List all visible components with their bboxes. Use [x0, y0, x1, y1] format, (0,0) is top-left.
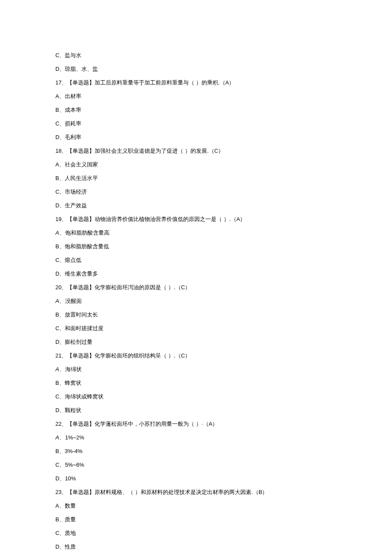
option-line: A、饱和脂肪酸含量高 — [55, 229, 337, 237]
option-label: D、 — [55, 270, 65, 277]
question-line: 23、【单选题】原材料规格、（ ）和原材料的处理技术是决定出材率的两大因素.（B… — [55, 488, 337, 497]
option-line: D、琼脂、水、盐 — [55, 65, 337, 73]
option-text: 成本率 — [65, 107, 81, 113]
option-label: C、 — [55, 120, 65, 127]
option-line: D、性质 — [55, 543, 337, 551]
option-text: 和面时搓揉过度 — [65, 325, 104, 331]
option-line: C、盐与水 — [55, 51, 337, 60]
option-text: 生产效益 — [65, 202, 87, 209]
option-text: 海绵状 — [65, 366, 82, 372]
question-line: 20、【单选题】化学膨松面坯泻油的原因是（ ）.（C） — [55, 283, 337, 292]
option-text: 社会主义国家 — [65, 161, 98, 168]
option-line: C、熔点低 — [55, 256, 337, 264]
option-text: 盐与水 — [65, 52, 81, 58]
question-line: 21、【单选题】化学膨松面坯的组织结构呈（ ）.（C） — [55, 352, 337, 360]
option-label: D、 — [55, 202, 65, 209]
option-text: 放置时间太长 — [65, 311, 98, 318]
option-text: 数量 — [65, 503, 76, 509]
option-label: D、 — [55, 134, 65, 140]
option-line: A、海绵状 — [55, 365, 337, 374]
question-text: 19、【单选题】动物油营养价值比植物油营养价值低的原因之一是（ ）.（A） — [55, 216, 245, 222]
option-label: B、 — [55, 243, 65, 250]
question-text: 17、【单选题】加工后原料重量等于加工前原料重量与（ ）的乘积.（A） — [55, 79, 234, 86]
option-line: A、1%~2% — [55, 433, 337, 442]
document-content: C、盐与水D、琼脂、水、盐17、【单选题】加工后原料重量等于加工前原料重量与（ … — [55, 51, 337, 555]
option-label: C、 — [55, 325, 65, 331]
option-text: 10% — [65, 475, 76, 482]
option-text: 饱和脂肪酸含量高 — [65, 230, 110, 236]
option-label: D、 — [55, 475, 65, 482]
option-label: B、 — [55, 311, 65, 318]
option-text: 5%~6% — [65, 462, 84, 468]
option-text: 市场经济 — [65, 189, 87, 195]
option-text: 没醒面 — [65, 298, 82, 304]
option-text: 毛利率 — [65, 134, 81, 140]
question-text: 18、【单选题】加强社会主义职业道德是为了促进（ ）的发展.（C） — [55, 148, 224, 154]
option-text: 琼脂、水、盐 — [65, 66, 98, 72]
question-text: 20、【单选题】化学膨松面坯泻油的原因是（ ）.（C） — [55, 284, 190, 291]
option-line: D、维生素含量多 — [55, 270, 337, 278]
option-line: C、损耗率 — [55, 119, 337, 128]
option-line: A、出材率 — [55, 92, 337, 101]
option-label: D、 — [55, 339, 65, 345]
option-label: A、 — [55, 93, 65, 99]
option-label: C、 — [55, 189, 65, 195]
option-label: C、 — [55, 393, 65, 400]
option-line: C、海绵状或蜂窝状 — [55, 392, 337, 401]
option-text: 人民生活水平 — [65, 175, 98, 181]
option-text: 膨松剂过量 — [65, 339, 92, 345]
option-label: C、 — [55, 462, 65, 468]
option-label: A、 — [55, 298, 65, 304]
option-label: A、 — [55, 230, 65, 236]
option-text: 损耗率 — [65, 120, 81, 127]
option-text: 维生素含量多 — [65, 270, 98, 277]
option-label: B、 — [55, 107, 65, 113]
option-line: B、人民生活水平 — [55, 174, 337, 183]
option-text: 性质 — [65, 543, 76, 550]
option-line: B、3%-4% — [55, 447, 337, 456]
question-text: 21、【单选题】化学膨松面坯的组织结构呈（ ）.（C） — [55, 352, 190, 359]
option-label: A、 — [55, 434, 65, 441]
option-label: C、 — [55, 257, 65, 263]
option-line: B、蜂窝状 — [55, 379, 337, 387]
option-label: A、 — [55, 366, 65, 372]
question-text: 22、【单选题】化学蓬松面坯中，小苏打的用量一般为（ ）·（A） — [55, 421, 218, 427]
question-line: 18、【单选题】加强社会主义职业道德是为了促进（ ）的发展.（C） — [55, 147, 337, 155]
option-text: 3%-4% — [65, 448, 83, 454]
option-label: A、 — [55, 503, 65, 509]
option-label: B、 — [55, 175, 65, 181]
option-text: 熔点低 — [65, 257, 81, 263]
option-label: A、 — [55, 161, 65, 168]
option-line: D、10% — [55, 474, 337, 483]
option-line: A、社会主义国家 — [55, 160, 337, 169]
option-label: B、 — [55, 516, 65, 523]
option-line: A、数量 — [55, 502, 337, 510]
option-label: C、 — [55, 530, 65, 536]
option-line: D、毛利率 — [55, 133, 337, 142]
option-line: C、5%~6% — [55, 461, 337, 469]
option-line: D、膨松剂过量 — [55, 338, 337, 346]
option-text: 出材率 — [65, 93, 81, 99]
option-line: C、市场经济 — [55, 188, 337, 196]
question-text: 23、【单选题】原材料规格、（ ）和原材料的处理技术是决定出材率的两大因素.（B… — [55, 489, 268, 495]
option-text: 质量 — [65, 516, 76, 523]
option-label: C、 — [55, 52, 65, 58]
option-label: B、 — [55, 448, 65, 454]
question-line: 19、【单选题】动物油营养价值比植物油营养价值低的原因之一是（ ）.（A） — [55, 215, 337, 224]
question-line: 22、【单选题】化学蓬松面坯中，小苏打的用量一般为（ ）·（A） — [55, 420, 337, 428]
option-line: B、质量 — [55, 515, 337, 524]
option-line: B、放置时间太长 — [55, 311, 337, 319]
option-line: D、生产效益 — [55, 201, 337, 210]
option-line: B、饱和脂肪酸含量低 — [55, 242, 337, 251]
option-line: D、颗粒状 — [55, 406, 337, 415]
option-label: D、 — [55, 66, 65, 72]
option-text: 颗粒状 — [65, 407, 81, 413]
option-label: D、 — [55, 407, 65, 413]
option-label: B、 — [55, 380, 65, 386]
option-text: 质地 — [65, 530, 76, 536]
option-label: D、 — [55, 543, 65, 550]
option-line: C、和面时搓揉过度 — [55, 324, 337, 333]
option-line: C、质地 — [55, 529, 337, 538]
option-text: 饱和脂肪酸含量低 — [65, 243, 109, 250]
option-line: B、成本率 — [55, 106, 337, 114]
